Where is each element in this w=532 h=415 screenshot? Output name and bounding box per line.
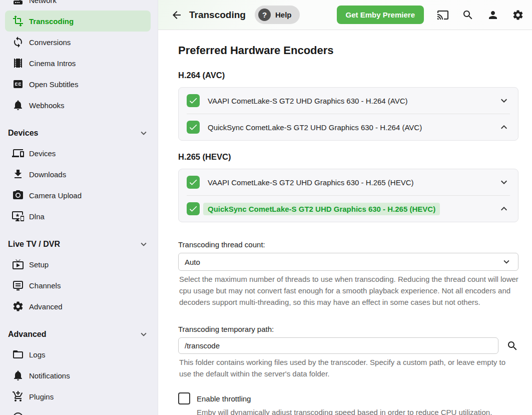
thread-count-label: Transcoding thread count:	[178, 240, 518, 249]
channels-icon	[12, 279, 24, 291]
sidebar-item-label: Network	[29, 0, 57, 5]
sidebar-item-transcoding[interactable]: Transcoding	[5, 11, 151, 32]
get-emby-premiere-button[interactable]: Get Emby Premiere	[337, 6, 424, 24]
download-icon	[12, 168, 24, 180]
clock-icon	[12, 411, 24, 415]
sidebar-item-label: Plugins	[29, 392, 54, 401]
section-title: Advanced	[8, 330, 46, 339]
sidebar: Network Transcoding Conversions Cinema I…	[0, 0, 158, 415]
encoder-row[interactable]: VAAPI CometLake-S GT2 UHD Graphics 630 -…	[179, 169, 518, 195]
sidebar-item-downloads[interactable]: Downloads	[5, 164, 151, 185]
closed-caption-icon	[12, 78, 24, 90]
sidebar-item-open-subtitles[interactable]: Open Subtitles	[5, 74, 151, 95]
sidebar-item-label: Advanced	[29, 302, 63, 311]
sidebar-section-devices[interactable]: Devices	[0, 124, 158, 143]
throttling-description: Emby will dynamically adjust transcoding…	[197, 408, 518, 415]
sidebar-item-devices[interactable]: Devices	[5, 143, 151, 164]
bell-icon	[12, 369, 24, 381]
sidebar-item-setup[interactable]: Setup	[5, 254, 151, 275]
checked-checkbox[interactable]	[187, 202, 200, 215]
sidebar-item-conversions[interactable]: Conversions	[5, 32, 151, 53]
sidebar-section-advanced[interactable]: Advanced	[0, 325, 158, 344]
sidebar-item-label: Notifications	[29, 371, 70, 380]
checked-checkbox[interactable]	[187, 94, 200, 107]
temp-path-description: This folder contains working files used …	[178, 356, 518, 379]
thread-count-description: Select the maximum number of threads to …	[178, 273, 518, 308]
sidebar-item-label: Logs	[29, 350, 46, 359]
sidebar-item-notifications[interactable]: Notifications	[5, 365, 151, 386]
enable-throttling-label: Enable throttling	[197, 394, 251, 403]
network-icon	[12, 0, 24, 6]
chevron-up-icon[interactable]	[498, 121, 510, 133]
main-panel: Transcoding ? Help Get Emby Premiere Pre…	[158, 0, 532, 415]
temp-path-input[interactable]	[178, 337, 498, 354]
checked-checkbox[interactable]	[187, 176, 200, 189]
question-mark-icon: ?	[258, 9, 271, 21]
sidebar-item-label: Dlna	[29, 212, 45, 221]
gear-icon[interactable]	[512, 9, 524, 21]
sidebar-item-plugins[interactable]: Plugins	[5, 386, 151, 407]
encoder-label-highlighted: QuickSync CometLake-S GT2 UHD Graphics 6…	[203, 203, 440, 215]
thread-count-select[interactable]: Auto	[178, 253, 518, 271]
film-icon	[12, 57, 24, 69]
chevron-down-icon[interactable]	[498, 176, 510, 188]
transcoding-icon	[12, 15, 24, 27]
back-arrow-icon[interactable]	[171, 9, 183, 21]
encoder-group-title-h265: H.265 (HEVC)	[178, 152, 518, 162]
devices-icon	[12, 147, 24, 159]
encoder-row[interactable]: VAAPI CometLake-S GT2 UHD Graphics 630 -…	[179, 88, 518, 114]
sidebar-item-label: Camera Upload	[29, 191, 82, 200]
encoder-group-title-h264: H.264 (AVC)	[178, 71, 518, 80]
sidebar-item-label: Open Subtitles	[29, 80, 78, 89]
cast-icon[interactable]	[437, 9, 449, 21]
encoder-label: VAAPI CometLake-S GT2 UHD Graphics 630 -…	[208, 97, 408, 105]
sidebar-item-dlna[interactable]: Dlna	[5, 206, 151, 227]
encoder-row[interactable]: QuickSync CometLake-S GT2 UHD Graphics 6…	[179, 114, 518, 140]
sidebar-item-label: Cinema Intros	[29, 59, 76, 68]
search-icon[interactable]	[462, 9, 474, 21]
section-title: Devices	[8, 129, 39, 138]
bell-icon	[12, 99, 24, 111]
encoder-card-h264: VAAPI CometLake-S GT2 UHD Graphics 630 -…	[178, 87, 518, 141]
temp-path-label: Transcoding temporary path:	[178, 325, 518, 333]
sidebar-item-camera-upload[interactable]: Camera Upload	[5, 185, 151, 206]
enable-throttling-checkbox[interactable]	[178, 392, 190, 404]
live-tv-icon	[12, 258, 24, 270]
sidebar-item-logs[interactable]: Logs	[5, 344, 151, 365]
top-header: Transcoding ? Help Get Emby Premiere	[158, 0, 532, 30]
chevron-down-icon	[138, 329, 149, 340]
sidebar-item-label: Scheduled Tasks	[29, 413, 86, 415]
page-header-title: Transcoding	[189, 10, 246, 21]
encoder-row[interactable]: QuickSync CometLake-S GT2 UHD Graphics 6…	[179, 196, 518, 222]
sync-icon	[12, 36, 24, 48]
camera-icon	[12, 189, 24, 201]
sidebar-section-live-tv[interactable]: Live TV / DVR	[0, 235, 158, 254]
chevron-down-icon[interactable]	[498, 95, 510, 107]
sidebar-item-label: Channels	[29, 281, 61, 290]
settings-content: Preferred Hardware Encoders H.264 (AVC) …	[158, 30, 532, 415]
sidebar-item-label: Setup	[29, 260, 49, 269]
sidebar-item-label: Transcoding	[29, 17, 74, 26]
help-button[interactable]: ? Help	[255, 6, 300, 24]
gear-icon	[12, 300, 24, 312]
cast-device-star-icon	[12, 210, 24, 222]
user-icon[interactable]	[487, 9, 499, 21]
sidebar-item-channels[interactable]: Channels	[5, 275, 151, 296]
folder-icon	[12, 348, 24, 360]
checked-checkbox[interactable]	[187, 121, 200, 134]
sidebar-item-cinema-intros[interactable]: Cinema Intros	[5, 53, 151, 74]
browse-search-icon[interactable]	[506, 340, 518, 352]
encoder-label: QuickSync CometLake-S GT2 UHD Graphics 6…	[208, 123, 422, 132]
sidebar-item-network[interactable]: Network	[5, 0, 151, 11]
sidebar-item-livetv-advanced[interactable]: Advanced	[5, 296, 151, 317]
section-title: Live TV / DVR	[8, 240, 60, 249]
chevron-down-icon	[501, 256, 512, 267]
chevron-up-icon[interactable]	[498, 203, 510, 215]
chevron-down-icon	[138, 128, 149, 139]
encoder-card-h265: VAAPI CometLake-S GT2 UHD Graphics 630 -…	[178, 169, 518, 222]
thread-count-value: Auto	[185, 258, 200, 266]
sidebar-item-scheduled-tasks[interactable]: Scheduled Tasks	[5, 407, 151, 415]
sidebar-item-label: Conversions	[29, 38, 71, 47]
sidebar-item-webhooks[interactable]: Webhooks	[5, 95, 151, 116]
help-label: Help	[275, 11, 292, 19]
